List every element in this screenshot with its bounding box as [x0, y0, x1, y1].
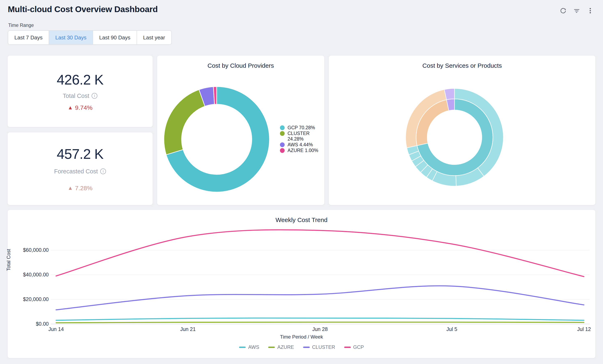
time-range-option-last-30-days[interactable]: Last 30 Days: [49, 31, 93, 44]
x-axis-title: Time Period / Week: [7, 334, 596, 340]
total-cost-value: 426.2 K: [57, 72, 103, 88]
triangle-up-icon: ▲: [68, 104, 73, 111]
legend-item-cluster[interactable]: CLUSTER: [303, 344, 335, 350]
more-options-button[interactable]: [585, 5, 596, 16]
forecasted-cost-value: 457.2 K: [57, 146, 103, 162]
legend-label: GCP: [353, 344, 364, 350]
line-series-azure: [56, 322, 584, 323]
line-series-gcp: [56, 230, 584, 276]
legend-dash: [303, 347, 310, 348]
page-title: Multi-cloud Cost Overview Dashboard: [8, 4, 158, 14]
legend-label: CLUSTER: [312, 344, 335, 350]
y-tick-label: $20,000.00: [23, 296, 49, 302]
filter-icon: [573, 7, 580, 14]
legend-item-aws[interactable]: AWS: [239, 344, 259, 350]
legend-dash: [239, 347, 246, 348]
legend-label: AZURE: [277, 344, 294, 350]
refresh-icon: [560, 7, 567, 14]
total-cost-card: 426.2 K Total Cost i ▲ 9.74%: [7, 55, 153, 127]
x-tick-label: Jun 28: [312, 326, 328, 332]
legend-label: AWS: [248, 344, 259, 350]
x-tick-label: Jul 12: [577, 326, 591, 332]
cost-by-services-card: Cost by Services or Products: [329, 55, 596, 205]
legend-label: GCP 70.28%: [288, 125, 315, 131]
legend-item-gcp[interactable]: GCP: [344, 344, 364, 350]
time-range-group: Last 7 DaysLast 30 DaysLast 90 DaysLast …: [8, 30, 172, 45]
total-cost-label: Total Cost i: [63, 93, 98, 99]
time-range-option-last-7-days[interactable]: Last 7 Days: [8, 31, 49, 44]
providers-chart-legend: GCP 70.28%CLUSTER 24.28%AWS 4.44%AZURE 1…: [280, 125, 321, 154]
x-tick-label: Jun 21: [180, 326, 196, 332]
donut-segment-cluster[interactable]: [164, 90, 205, 155]
y-tick-label: $60,000.00: [23, 247, 49, 253]
legend-dash: [268, 347, 275, 348]
time-range-label: Time Range: [8, 22, 34, 28]
legend-dot: [280, 131, 285, 136]
y-tick-label: $40,000.00: [23, 272, 49, 277]
total-cost-label-text: Total Cost: [63, 93, 89, 99]
legend-dot: [280, 148, 285, 153]
cost-by-providers-card: Cost by Cloud Providers GCP 70.28%CLUSTE…: [157, 55, 325, 205]
forecasted-cost-delta-value: 7.28%: [75, 185, 93, 192]
refresh-button[interactable]: [558, 5, 568, 16]
total-cost-delta-value: 9.74%: [75, 104, 93, 111]
services-sunburst-chart: [329, 68, 596, 203]
legend-item-azure[interactable]: AZURE 1.00%: [280, 148, 321, 153]
legend-dot: [280, 143, 285, 147]
info-icon[interactable]: i: [92, 93, 97, 99]
legend-item-azure[interactable]: AZURE: [268, 344, 294, 350]
legend-label: CLUSTER 24.28%: [288, 131, 321, 142]
legend-item-gcp[interactable]: GCP 70.28%: [280, 125, 321, 131]
total-cost-delta: ▲ 9.74%: [68, 104, 93, 111]
legend-label: AWS 4.44%: [288, 142, 313, 147]
y-tick-label: $0.00: [36, 321, 49, 327]
info-icon[interactable]: i: [100, 168, 106, 174]
x-tick-label: Jun 14: [48, 326, 64, 332]
legend-dot: [280, 125, 285, 130]
time-range-option-last-year[interactable]: Last year: [137, 31, 171, 44]
time-range-option-last-90-days[interactable]: Last 90 Days: [93, 31, 137, 44]
forecasted-cost-delta: ▲ 7.28%: [68, 185, 93, 192]
line-series-aws: [56, 318, 584, 320]
kebab-menu-icon: [587, 7, 594, 14]
weekly-line-chart: $0.00$20,000.00$40,000.00$60,000.00Jun 1…: [8, 210, 596, 337]
weekly-chart-legend: AWSAZURECLUSTERGCP: [7, 344, 596, 350]
filter-button[interactable]: [571, 5, 582, 16]
forecasted-cost-label-text: Forecasted Cost: [54, 168, 98, 175]
legend-item-cluster[interactable]: CLUSTER 24.28%: [280, 131, 321, 142]
forecasted-cost-card: 457.2 K Forecasted Cost i ▲ 7.28%: [7, 132, 153, 205]
legend-item-aws[interactable]: AWS 4.44%: [280, 142, 321, 147]
header-actions: [558, 5, 596, 16]
x-tick-label: Jul 5: [447, 326, 457, 332]
triangle-up-icon: ▲: [68, 185, 73, 191]
forecasted-cost-label: Forecasted Cost i: [54, 168, 106, 175]
legend-label: AZURE 1.00%: [288, 148, 318, 153]
line-series-cluster: [56, 286, 584, 310]
legend-dash: [344, 347, 351, 348]
y-axis-title: Total Cost: [6, 249, 12, 271]
